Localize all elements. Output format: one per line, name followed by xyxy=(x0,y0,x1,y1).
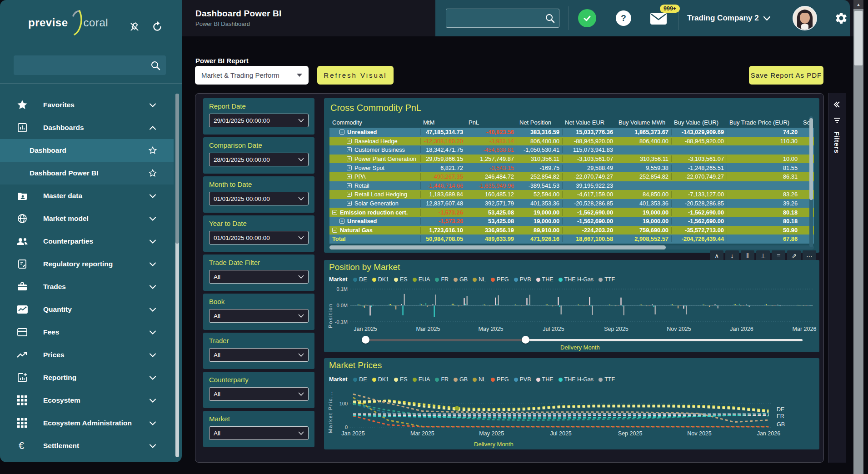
refresh-icon[interactable] xyxy=(151,21,163,33)
expand-toggle-icon[interactable]: + xyxy=(347,183,352,188)
sidebar-item-ecosystem-administration[interactable]: Ecosystem Administration xyxy=(0,412,174,434)
table-row-natural-gas[interactable]: −Natural Gas1,723,616.10336,956.1989,910… xyxy=(329,226,814,235)
chevron-down-icon[interactable] xyxy=(148,100,157,110)
mail-icon[interactable] xyxy=(650,12,667,25)
topbar-search-input[interactable] xyxy=(446,15,545,22)
legend-item-pvb[interactable]: PVB xyxy=(514,276,531,283)
legend-item-fr[interactable]: FR xyxy=(435,376,449,383)
chevron-down-icon[interactable] xyxy=(148,441,157,450)
legend-item-eua[interactable]: EUA xyxy=(413,376,430,383)
chevron-down-icon[interactable] xyxy=(148,305,157,314)
legend-item-dk1[interactable]: DK1 xyxy=(372,376,389,383)
sidebar-item-favorites[interactable]: Favorites xyxy=(0,94,174,116)
table-row-unrealised[interactable]: +Unrealised-1,573.2653,425.0819,000.00-1… xyxy=(329,217,814,226)
legend-item-de[interactable]: DE xyxy=(353,376,367,383)
table-row-total[interactable]: Total50,984,708.05489,633.99471,926.1618… xyxy=(329,235,814,244)
table-row-retail-load-hedging[interactable]: +Retail Load Hedging1,183,689.84160,485.… xyxy=(329,190,814,199)
column-header[interactable]: Net Position xyxy=(517,119,562,126)
collapse-toggle-icon[interactable]: − xyxy=(339,130,344,135)
chevron-down-icon[interactable] xyxy=(148,373,157,382)
sidebar-item-counterparties[interactable]: Counterparties xyxy=(0,230,174,253)
chevron-down-icon[interactable] xyxy=(148,282,157,291)
legend-item-es[interactable]: ES xyxy=(394,376,408,383)
sidebar-scrollbar-thumb[interactable] xyxy=(175,94,179,244)
column-header[interactable]: MtM xyxy=(420,119,466,126)
filter-select[interactable]: All xyxy=(209,348,309,362)
search-icon[interactable] xyxy=(545,13,555,23)
sidebar-item-dashboard-power-bi[interactable]: Dashboard Power BI xyxy=(0,162,174,185)
legend-item-nl[interactable]: NL xyxy=(473,276,486,283)
star-outline-icon[interactable] xyxy=(148,169,157,178)
column-header[interactable]: Buy Volume MWh xyxy=(616,119,671,126)
legend-item-ttf[interactable]: TTF xyxy=(599,376,615,383)
table-row-solar-generation[interactable]: +Solar Generation12,837,607.48392,571.79… xyxy=(329,199,814,208)
sidebar-item-reporting[interactable]: Reporting xyxy=(0,366,174,389)
expand-toggle-icon[interactable]: + xyxy=(347,192,352,197)
sidebar-item-market-model[interactable]: Market model xyxy=(0,207,174,230)
slider-handle-end[interactable] xyxy=(522,336,529,344)
expand-toggle-icon[interactable]: + xyxy=(347,139,352,144)
page-scrollbar-thumb[interactable] xyxy=(854,11,863,65)
legend-item-peg[interactable]: PEG xyxy=(491,376,509,383)
column-header[interactable]: Commodity xyxy=(329,119,420,126)
expand-toggle-icon[interactable]: + xyxy=(339,219,344,224)
chevron-down-icon[interactable] xyxy=(148,237,157,246)
legend-item-ttf[interactable]: TTF xyxy=(599,276,615,283)
avatar[interactable] xyxy=(793,6,817,30)
legend-item-eua[interactable]: EUA xyxy=(413,276,430,283)
filter-select[interactable]: All xyxy=(209,270,309,284)
table-row-power-spot[interactable]: +Power Spot6,821.72-3,543.15-169.7529,58… xyxy=(329,163,814,172)
chevron-down-icon[interactable] xyxy=(148,191,157,200)
legend-item-gb[interactable]: GB xyxy=(454,276,468,283)
pin-off-icon[interactable] xyxy=(129,21,140,33)
legend-item-pvb[interactable]: PVB xyxy=(514,376,531,383)
sidebar-item-settlement[interactable]: €Settlement xyxy=(0,434,174,457)
sidebar-item-dashboards[interactable]: Dashboards xyxy=(0,116,174,139)
sidebar-item-trades[interactable]: Trades xyxy=(0,275,174,298)
sidebar-item-ecosystem[interactable]: Ecosystem xyxy=(0,389,174,412)
gear-icon[interactable] xyxy=(834,11,848,25)
chevron-down-icon[interactable] xyxy=(148,396,157,405)
page-scrollbar[interactable] xyxy=(853,0,863,474)
report-select[interactable]: Market & Trading Perform xyxy=(195,66,309,85)
collapse-panel-icon[interactable] xyxy=(833,100,842,110)
pnl-table-hscrollbar-thumb[interactable] xyxy=(329,245,666,249)
chevron-down-icon[interactable] xyxy=(148,419,157,428)
column-header[interactable]: PnL xyxy=(466,119,517,126)
legend-item-de[interactable]: DE xyxy=(353,276,367,283)
delivery-month-slider[interactable] xyxy=(324,336,819,344)
expand-toggle-icon[interactable]: + xyxy=(347,156,352,161)
legend-item-es[interactable]: ES xyxy=(394,276,408,283)
refresh-visual-button[interactable]: Refresh Visual xyxy=(317,66,394,85)
collapse-toggle-icon[interactable]: − xyxy=(332,228,337,233)
table-row-customer-business[interactable]: +Customer Business18,342,471.75-454,638.… xyxy=(329,145,814,155)
filter-select[interactable]: All xyxy=(209,309,309,323)
expand-toggle-icon[interactable]: + xyxy=(347,165,352,170)
chevron-up-icon[interactable] xyxy=(148,123,157,132)
legend-item-dk1[interactable]: DK1 xyxy=(372,276,389,283)
column-header[interactable]: Net Value EUR xyxy=(562,119,616,126)
legend-item-the-h-gas[interactable]: THE H-Gas xyxy=(559,376,594,383)
sidebar-item-regulatory-reporting[interactable]: Regulatory reporting xyxy=(0,253,174,275)
slider-handle-start[interactable] xyxy=(362,336,369,344)
column-header[interactable]: Buy Value (EUR) xyxy=(671,119,727,126)
sidebar-item-dashboard[interactable]: Dashboard xyxy=(0,139,174,162)
table-row-unrealised[interactable]: −Unrealised47,185,314.73-40,823.56383,31… xyxy=(329,128,814,137)
legend-item-the[interactable]: THE xyxy=(536,276,554,283)
expand-toggle-icon[interactable]: + xyxy=(347,201,352,206)
filter-select[interactable]: 29/01/2025 00:00:00 xyxy=(209,114,309,127)
table-row-ppa[interactable]: +PPA-490,267.35246,484.72252,854.82-22,0… xyxy=(329,172,814,181)
legend-item-gb[interactable]: GB xyxy=(454,376,468,383)
page-scrollbar-up-arrow[interactable]: ▲ xyxy=(853,0,863,9)
sidebar-search[interactable] xyxy=(14,55,166,75)
filter-select[interactable]: All xyxy=(209,387,309,401)
filter-funnel-icon[interactable] xyxy=(833,117,841,124)
topbar-search[interactable] xyxy=(446,9,559,28)
legend-item-the-h-gas[interactable]: THE H-Gas xyxy=(559,276,594,283)
chevron-down-icon[interactable] xyxy=(148,214,157,223)
pnl-table-hscrollbar[interactable] xyxy=(329,245,814,249)
sidebar-item-prices[interactable]: Prices xyxy=(0,344,174,366)
filter-select[interactable]: 01/01/2025 00:00:00 xyxy=(209,231,309,244)
search-icon[interactable] xyxy=(150,60,160,70)
filter-select[interactable]: All xyxy=(209,426,309,440)
